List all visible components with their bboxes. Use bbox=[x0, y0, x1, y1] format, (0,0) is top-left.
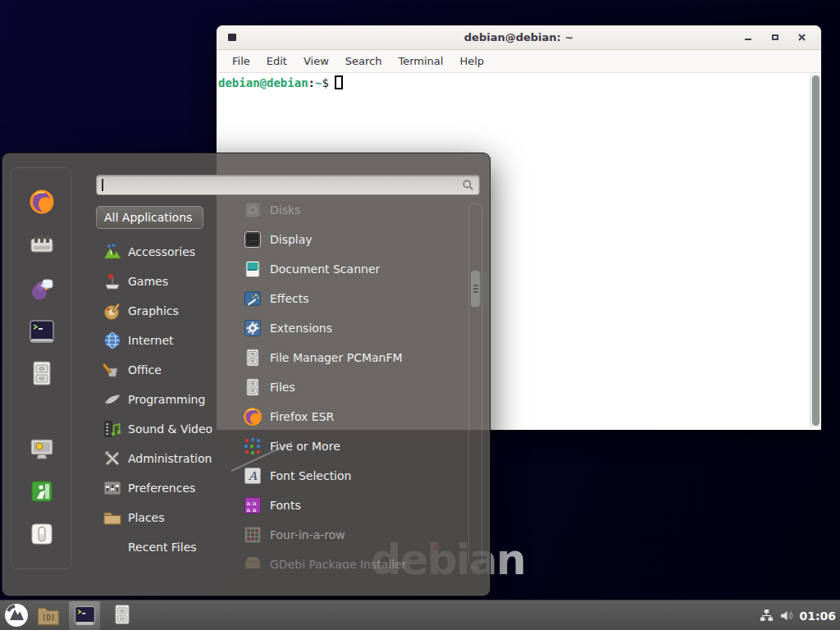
search-input[interactable] bbox=[103, 179, 463, 191]
category-label: Preferences bbox=[128, 482, 195, 495]
category-column: All Applications Accessories Games Graph… bbox=[96, 206, 219, 562]
minimize-button[interactable] bbox=[743, 33, 752, 42]
app-label: Disks bbox=[270, 203, 300, 217]
category-administration[interactable]: Administration bbox=[96, 444, 219, 473]
terminal-scrollbar-thumb[interactable] bbox=[812, 75, 819, 426]
terminal-titlebar[interactable]: debian@debian: ~ bbox=[217, 25, 821, 50]
all-applications-label: All Applications bbox=[104, 211, 192, 224]
terminal-cursor bbox=[335, 75, 343, 89]
folder-launcher-icon[interactable]: [D] bbox=[36, 605, 61, 627]
menu-scrollbar-track[interactable] bbox=[468, 203, 482, 568]
app-four-in-a-row[interactable]: Four-in-a-row bbox=[229, 520, 470, 550]
terminal-scrollbar[interactable] bbox=[810, 74, 820, 427]
app-font-selection[interactable]: A Font Selection bbox=[229, 461, 470, 491]
internet-icon bbox=[103, 331, 122, 350]
category-preferences[interactable]: Preferences bbox=[96, 473, 219, 503]
terminal-title: debian@debian: ~ bbox=[217, 31, 821, 43]
svg-text:[D]: [D] bbox=[42, 614, 55, 622]
font-selection-icon: A bbox=[243, 466, 262, 486]
category-label: Graphics bbox=[128, 304, 179, 317]
effects-icon bbox=[243, 289, 262, 308]
programming-icon bbox=[103, 390, 122, 409]
category-accessories[interactable]: Accessories bbox=[96, 237, 219, 267]
network-icon[interactable] bbox=[760, 609, 774, 623]
close-button[interactable] bbox=[797, 33, 806, 42]
app-label: Files bbox=[270, 381, 295, 394]
maximize-button[interactable] bbox=[770, 33, 779, 42]
category-sound-video[interactable]: Sound & Video bbox=[96, 414, 219, 444]
category-programming[interactable]: Programming bbox=[96, 385, 219, 414]
document-scanner-icon bbox=[243, 259, 262, 279]
menu-edit[interactable]: Edit bbox=[258, 52, 295, 71]
menu-terminal[interactable]: Terminal bbox=[390, 52, 451, 71]
category-games[interactable]: Games bbox=[96, 267, 219, 296]
app-firefox-esr[interactable]: Firefox ESR bbox=[229, 402, 470, 431]
fonts-icon: a aa a bbox=[243, 495, 262, 515]
menu-search[interactable]: Search bbox=[337, 52, 390, 71]
app-label: Display bbox=[270, 233, 313, 246]
category-all-applications[interactable]: All Applications bbox=[96, 206, 203, 229]
files-taskbar-icon[interactable] bbox=[112, 604, 133, 628]
file-manager-icon[interactable] bbox=[29, 360, 55, 386]
shutdown-icon[interactable] bbox=[29, 521, 55, 547]
app-document-scanner[interactable]: Document Scanner bbox=[229, 254, 470, 284]
app-disks[interactable]: Disks bbox=[229, 201, 470, 225]
firefox-icon[interactable] bbox=[29, 189, 55, 215]
category-label: Administration bbox=[128, 452, 212, 465]
menu-file[interactable]: File bbox=[224, 52, 258, 71]
svg-text:A: A bbox=[248, 469, 258, 482]
app-file-manager-pcmanfm[interactable]: File Manager PCManFM bbox=[229, 343, 470, 372]
category-label: Accessories bbox=[128, 245, 195, 258]
taskbar: [D] 01:06 bbox=[0, 600, 840, 630]
mixer-icon[interactable] bbox=[29, 231, 55, 258]
app-label: Document Scanner bbox=[270, 262, 380, 276]
app-five-or-more[interactable]: Five or More bbox=[229, 431, 470, 461]
application-list: Disks Display Document Scanner Effects E… bbox=[229, 201, 470, 568]
files-icon bbox=[243, 377, 262, 397]
graphics-icon bbox=[103, 301, 122, 321]
menu-view[interactable]: View bbox=[295, 52, 337, 71]
terminal-icon[interactable] bbox=[29, 318, 55, 345]
gdebi-icon bbox=[243, 555, 262, 568]
app-display[interactable]: Display bbox=[229, 225, 470, 254]
terminal-menubar: File Edit View Search Terminal Help bbox=[217, 50, 821, 73]
category-label: Games bbox=[128, 275, 168, 288]
sound-video-icon bbox=[103, 419, 122, 439]
app-files[interactable]: Files bbox=[229, 372, 470, 402]
pidgin-icon[interactable] bbox=[29, 276, 55, 302]
category-internet[interactable]: Internet bbox=[96, 326, 219, 355]
svg-text:a a: a a bbox=[247, 506, 257, 514]
category-places[interactable]: Places bbox=[96, 503, 219, 532]
office-icon bbox=[103, 360, 122, 380]
clock[interactable]: 01:06 bbox=[799, 609, 838, 623]
firefox-icon bbox=[243, 407, 262, 427]
menu-scrollbar-thumb[interactable] bbox=[470, 270, 481, 308]
volume-icon[interactable] bbox=[779, 609, 793, 623]
app-label: Extensions bbox=[270, 322, 332, 335]
app-fonts[interactable]: a aa a Fonts bbox=[229, 491, 470, 520]
category-graphics[interactable]: Graphics bbox=[96, 296, 219, 326]
prompt-dollar: $ bbox=[322, 76, 328, 89]
scroll-grip bbox=[473, 285, 478, 286]
search-icon bbox=[462, 179, 474, 191]
extensions-icon bbox=[243, 318, 262, 338]
logout-icon[interactable] bbox=[29, 478, 55, 504]
scroll-grip bbox=[473, 291, 478, 293]
scroll-grip bbox=[473, 288, 478, 290]
lock-screen-icon[interactable] bbox=[29, 436, 55, 462]
prompt-colon: : bbox=[308, 76, 315, 89]
menu-button[interactable] bbox=[4, 603, 29, 628]
app-effects[interactable]: Effects bbox=[229, 284, 470, 313]
display-icon bbox=[243, 230, 262, 249]
menu-help[interactable]: Help bbox=[451, 52, 492, 71]
terminal-taskbar-button[interactable] bbox=[69, 601, 100, 630]
app-gdebi-package-installer[interactable]: GDebi Package Installer bbox=[229, 550, 470, 568]
category-office[interactable]: Office bbox=[96, 355, 219, 385]
app-label: GDebi Package Installer bbox=[270, 558, 406, 568]
app-extensions[interactable]: Extensions bbox=[229, 313, 470, 343]
menu-search-box[interactable] bbox=[96, 175, 480, 195]
app-label: Fonts bbox=[270, 499, 301, 512]
disks-icon bbox=[243, 201, 262, 220]
category-recent-files[interactable]: Recent Files bbox=[96, 532, 219, 562]
spacer bbox=[103, 537, 122, 557]
